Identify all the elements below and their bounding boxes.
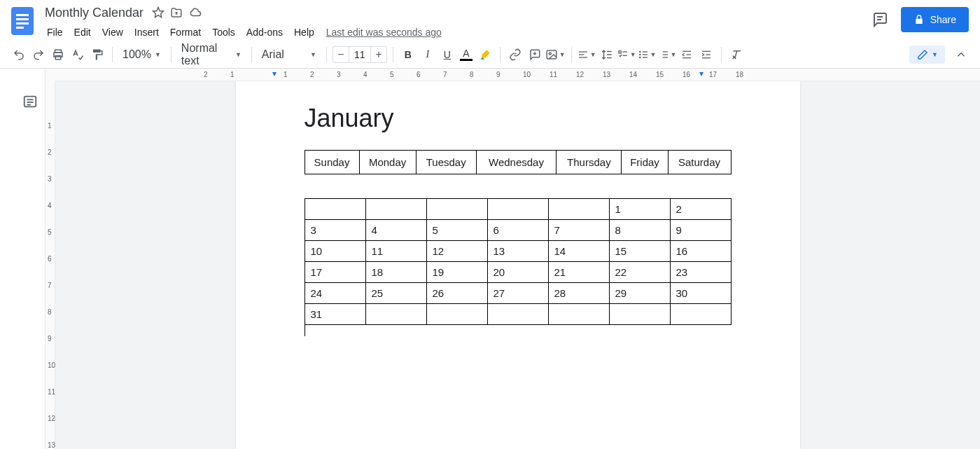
calendar-cell[interactable]: 7	[548, 220, 609, 241]
indent-decrease-button[interactable]	[678, 45, 696, 64]
calendar-cell[interactable]	[365, 199, 426, 220]
indent-increase-button[interactable]	[697, 45, 715, 64]
calendar-cell[interactable]: 5	[426, 220, 487, 241]
calendar-cell[interactable]: 23	[670, 262, 731, 283]
calendar-cell[interactable]: 13	[487, 241, 548, 262]
calendar-cell[interactable]: 4	[365, 220, 426, 241]
calendar-cell[interactable]: 27	[487, 283, 548, 304]
calendar-cell[interactable]	[304, 199, 365, 220]
table-row[interactable]: 24252627282930	[304, 283, 731, 304]
calendar-cell[interactable]: 8	[609, 220, 670, 241]
calendar-cell[interactable]	[365, 304, 426, 325]
comments-icon[interactable]	[872, 11, 888, 28]
calendar-cell[interactable]: 9	[670, 220, 731, 241]
calendar-cell[interactable]: 1	[609, 199, 670, 220]
menu-tools[interactable]: Tools	[207, 24, 240, 41]
calendar-cell[interactable]	[548, 199, 609, 220]
italic-button[interactable]: I	[419, 45, 437, 64]
underline-button[interactable]: U	[438, 45, 456, 64]
font-size-decrease[interactable]: −	[333, 48, 349, 61]
font-dropdown[interactable]: Arial▼	[258, 45, 321, 64]
calendar-cell[interactable]: 6	[487, 220, 548, 241]
table-row[interactable]: 12	[304, 199, 731, 220]
star-icon[interactable]	[152, 6, 164, 19]
calendar-cell[interactable]: 3	[304, 220, 365, 241]
highlight-button[interactable]	[476, 45, 494, 64]
print-button[interactable]	[49, 45, 67, 64]
calendar-cell[interactable]: 28	[548, 283, 609, 304]
last-edit-link[interactable]: Last edit was seconds ago	[321, 24, 447, 41]
calendar-cell[interactable]: 17	[304, 262, 365, 283]
day-header[interactable]: Wednesday	[476, 151, 556, 174]
calendar-cell[interactable]	[548, 304, 609, 325]
calendar-cell[interactable]	[670, 304, 731, 325]
calendar-cell[interactable]: 22	[609, 262, 670, 283]
calendar-cell[interactable]: 25	[365, 283, 426, 304]
canvas[interactable]: January SundayMondayTuesdayWednesdayThur…	[55, 81, 980, 449]
calendar-body-table[interactable]: 1234567891011121314151617181920212223242…	[304, 198, 732, 325]
bold-button[interactable]: B	[399, 45, 417, 64]
menu-addons[interactable]: Add-ons	[241, 24, 288, 41]
calendar-cell[interactable]: 31	[304, 304, 365, 325]
calendar-cell[interactable]: 29	[609, 283, 670, 304]
edit-mode-button[interactable]: ▼	[909, 46, 945, 64]
checklist-button[interactable]: ▼	[617, 45, 636, 64]
table-row[interactable]: 31	[304, 304, 731, 325]
calendar-header-table[interactable]: SundayMondayTuesdayWednesdayThursdayFrid…	[304, 150, 732, 174]
calendar-cell[interactable]: 10	[304, 241, 365, 262]
table-row[interactable]: 3456789	[304, 220, 731, 241]
calendar-cell[interactable]: 19	[426, 262, 487, 283]
text-color-button[interactable]: A	[458, 48, 475, 61]
bulleted-list-button[interactable]: ▼	[638, 45, 657, 64]
page[interactable]: January SundayMondayTuesdayWednesdayThur…	[236, 81, 800, 449]
calendar-cell[interactable]: 18	[365, 262, 426, 283]
calendar-cell[interactable]	[487, 199, 548, 220]
clear-format-button[interactable]	[727, 45, 746, 64]
calendar-cell[interactable]	[609, 304, 670, 325]
font-size-value[interactable]: 11	[349, 47, 371, 62]
redo-button[interactable]	[29, 45, 48, 64]
day-header[interactable]: Monday	[359, 151, 416, 174]
calendar-cell[interactable]: 20	[487, 262, 548, 283]
calendar-cell[interactable]: 11	[365, 241, 426, 262]
document-title[interactable]: Monthly Calendar	[42, 5, 146, 21]
menu-insert[interactable]: Insert	[130, 24, 164, 41]
menu-file[interactable]: File	[42, 24, 68, 41]
undo-button[interactable]	[10, 45, 28, 64]
outline-icon[interactable]	[22, 94, 45, 112]
move-icon[interactable]	[170, 6, 183, 19]
calendar-cell[interactable]	[487, 304, 548, 325]
menu-help[interactable]: Help	[289, 24, 319, 41]
calendar-cell[interactable]: 14	[548, 241, 609, 262]
style-dropdown[interactable]: Normal text▼	[177, 45, 246, 64]
calendar-cell[interactable]	[426, 199, 487, 220]
day-header[interactable]: Friday	[622, 151, 668, 174]
page-heading[interactable]: January	[304, 104, 732, 133]
table-row[interactable]: 10111213141516	[304, 241, 731, 262]
share-button[interactable]: Share	[901, 7, 969, 32]
calendar-cell[interactable]: 15	[609, 241, 670, 262]
calendar-cell[interactable]: 12	[426, 241, 487, 262]
menu-edit[interactable]: Edit	[69, 24, 96, 41]
calendar-cell[interactable]: 21	[548, 262, 609, 283]
align-button[interactable]: ▼	[578, 45, 596, 64]
spellcheck-button[interactable]	[69, 45, 87, 64]
cloud-icon[interactable]	[188, 6, 202, 19]
day-header[interactable]: Thursday	[556, 151, 622, 174]
day-header[interactable]: Saturday	[668, 151, 731, 174]
link-button[interactable]	[506, 45, 524, 64]
calendar-cell[interactable]: 26	[426, 283, 487, 304]
calendar-cell[interactable]: 24	[304, 283, 365, 304]
font-size-increase[interactable]: +	[371, 48, 386, 61]
menu-view[interactable]: View	[97, 24, 128, 41]
paint-format-button[interactable]	[88, 45, 106, 64]
vertical-ruler[interactable]: 12345678910111213	[46, 81, 55, 449]
menu-format[interactable]: Format	[165, 24, 206, 41]
line-spacing-button[interactable]	[598, 45, 616, 64]
calendar-cell[interactable]: 2	[670, 199, 731, 220]
day-header[interactable]: Tuesday	[416, 151, 476, 174]
image-button[interactable]: ▼	[545, 45, 566, 64]
calendar-cell[interactable]: 16	[670, 241, 731, 262]
table-row[interactable]: 17181920212223	[304, 262, 731, 283]
day-header[interactable]: Sunday	[304, 151, 359, 174]
